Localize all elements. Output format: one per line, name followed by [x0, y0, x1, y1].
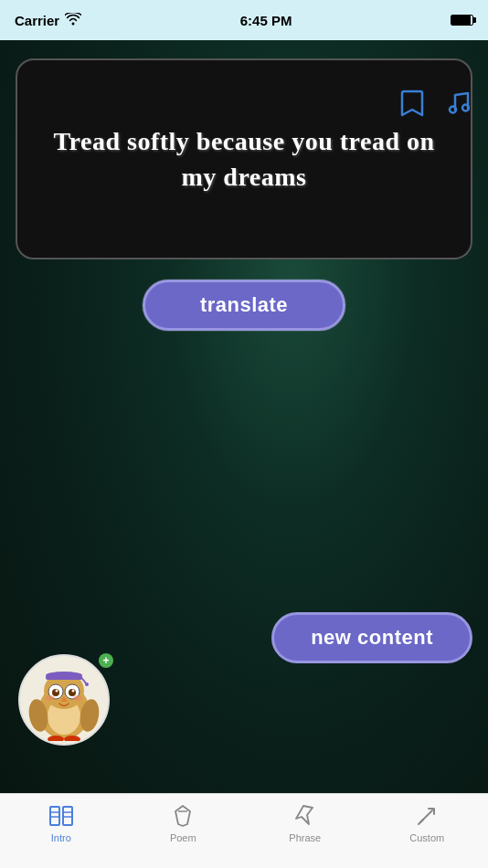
bookmark-button[interactable] [397, 86, 428, 121]
intro-tab-icon [48, 803, 74, 829]
battery-indicator [451, 15, 473, 26]
custom-tab-icon [414, 803, 440, 829]
tab-intro[interactable]: Intro [0, 801, 122, 843]
wifi-icon [65, 13, 81, 28]
bookmark-icon [400, 90, 424, 117]
svg-point-10 [85, 683, 89, 686]
battery-icon [451, 15, 473, 26]
status-time: 6:45 PM [240, 13, 292, 28]
badge-icon: + [102, 654, 109, 667]
phrase-tab-label: Phrase [289, 832, 321, 843]
new-content-button[interactable]: new content [271, 612, 472, 663]
carrier-label: Carrier [15, 13, 59, 28]
intro-tab-label: Intro [51, 832, 71, 843]
svg-point-8 [46, 672, 82, 679]
translate-button[interactable]: translate [143, 280, 345, 331]
main-content: Tread softly because you tread on my dre… [0, 40, 488, 828]
svg-point-15 [56, 690, 58, 693]
custom-tab-label: Custom [409, 832, 444, 843]
top-actions [397, 80, 473, 126]
owl-avatar[interactable] [18, 654, 110, 746]
tab-bar: Intro Poem Phrase Custom [0, 793, 488, 868]
svg-point-18 [73, 695, 82, 701]
poem-tab-icon [170, 803, 196, 829]
svg-point-0 [450, 107, 456, 113]
status-bar: Carrier 6:45 PM [0, 0, 488, 40]
tab-custom[interactable]: Custom [366, 801, 489, 843]
tab-poem[interactable]: Poem [122, 801, 245, 843]
poem-tab-label: Poem [170, 832, 196, 843]
owl-illustration [23, 659, 105, 741]
svg-point-16 [72, 690, 75, 693]
carrier-wifi: Carrier [15, 13, 81, 28]
owl-badge: + [99, 653, 113, 668]
music-icon [446, 90, 470, 117]
svg-rect-23 [63, 807, 72, 825]
svg-point-17 [46, 695, 55, 701]
quote-text: Tread softly because you tread on my dre… [39, 123, 449, 195]
phrase-tab-icon [292, 803, 318, 829]
music-button[interactable] [442, 86, 473, 121]
battery-fill [451, 16, 471, 25]
svg-point-1 [462, 105, 469, 111]
tab-phrase[interactable]: Phrase [244, 801, 366, 843]
svg-rect-22 [50, 807, 59, 825]
